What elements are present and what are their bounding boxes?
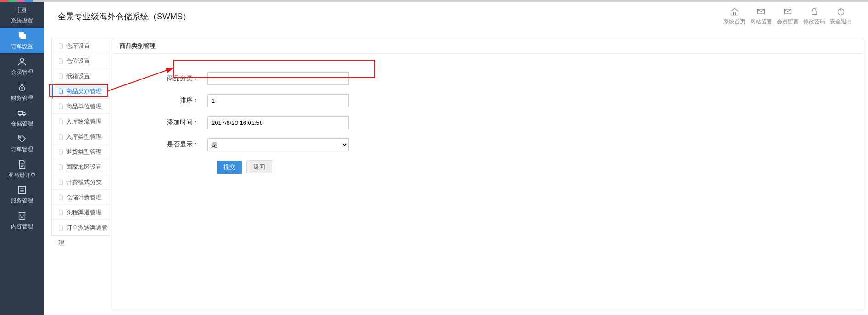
nav-label: 订单管理 — [11, 146, 33, 153]
button-row: 提交 返回 — [113, 160, 863, 174]
nav-finance-mgmt[interactable]: ¥ 财务管理 — [0, 79, 44, 105]
tool-site-msg[interactable]: 网站留言 — [748, 7, 774, 26]
subnav-firstleg-channel[interactable]: 头程渠道管理 — [52, 205, 110, 220]
subnav-billing-mode[interactable]: 计费模式分类 — [52, 174, 110, 190]
nav-label: 亚马逊订单 — [8, 171, 36, 179]
nav-label: 服务管理 — [11, 197, 33, 205]
tool-label: 系统首页 — [723, 18, 746, 26]
file-icon — [58, 103, 63, 109]
nav-label: 财务管理 — [11, 94, 33, 102]
svg-rect-3 — [21, 34, 25, 39]
money-bag-icon: ¥ — [17, 82, 27, 92]
gear-box-icon — [17, 5, 27, 15]
label-display: 是否显示： — [113, 141, 207, 149]
nav-label: 内容管理 — [11, 223, 33, 231]
row-addtime: 添加时间： — [113, 116, 863, 129]
nav-service-mgmt[interactable]: 服务管理 — [0, 182, 44, 208]
tool-label: 安全退出 — [830, 18, 852, 26]
tool-member-msg[interactable]: 会员留言 — [774, 7, 801, 26]
tool-logout[interactable]: 安全退出 — [828, 7, 854, 26]
input-category[interactable] — [207, 72, 349, 85]
svg-rect-0 — [18, 7, 26, 13]
subnav-inbound-logistics[interactable]: 入库物流管理 — [52, 114, 110, 129]
svg-point-8 — [23, 114, 25, 116]
mail-icon — [783, 7, 792, 16]
subnav-product-unit[interactable]: 商品单位管理 — [52, 99, 110, 114]
nav-label: 系统设置 — [11, 17, 33, 25]
tool-label: 修改密码 — [803, 18, 825, 26]
file-icon — [58, 194, 63, 200]
tag-icon — [17, 134, 27, 144]
subnav-country-region[interactable]: 国家地区设置 — [52, 159, 110, 174]
input-sort[interactable] — [207, 94, 349, 107]
list-icon — [17, 185, 27, 195]
svg-text:¥: ¥ — [21, 86, 23, 90]
subnav-carton-setting[interactable]: 纸箱设置 — [52, 68, 110, 84]
file-icon — [58, 43, 63, 49]
svg-point-9 — [20, 136, 21, 137]
lock-icon — [810, 7, 819, 16]
document-icon — [17, 159, 27, 169]
app-title: 全景专业级海外仓储系统（SWMS） — [58, 11, 191, 22]
select-display[interactable]: 是 — [207, 138, 349, 151]
subnav-return-type[interactable]: 退货类型管理 — [52, 144, 110, 159]
svg-text:W: W — [20, 214, 24, 218]
submit-button[interactable]: 提交 — [217, 161, 242, 174]
sub-sidebar: 仓库设置 仓位设置 纸箱设置 商品类别管理 商品单位管理 入库物流管理 入库类型… — [51, 38, 110, 236]
svg-point-7 — [19, 114, 21, 116]
content-panel: 商品类别管理 商品分类： 排序： 添加时间： 是否显示： 是 提 — [113, 38, 863, 310]
row-display: 是否显示： 是 — [113, 138, 863, 151]
nav-label: 订单设置 — [11, 43, 33, 51]
file-icon — [58, 225, 63, 231]
form-body: 商品分类： 排序： 添加时间： 是否显示： 是 提交 返回 — [113, 54, 863, 174]
row-sort: 排序： — [113, 94, 863, 107]
nav-label: 会员管理 — [11, 68, 33, 76]
truck-icon — [17, 108, 27, 118]
subnav-warehouse-setting[interactable]: 仓库设置 — [52, 38, 110, 53]
file-icon — [58, 134, 63, 140]
header-bar: 全景专业级海外仓储系统（SWMS） 系统首页 网站留言 会员留言 修改密码 安全… — [44, 2, 868, 31]
row-category: 商品分类： — [113, 72, 863, 85]
subnav-order-delivery-channel[interactable]: 订单派送渠道管理 — [52, 220, 110, 235]
svg-point-1 — [23, 9, 26, 11]
nav-amazon-orders[interactable]: 亚马逊订单 — [0, 156, 44, 182]
file-icon — [58, 88, 63, 94]
user-icon — [17, 56, 27, 67]
subnav-product-category[interactable]: 商品类别管理 — [52, 84, 110, 99]
mail-icon — [757, 7, 766, 16]
nav-system-settings[interactable]: 系统设置 — [0, 2, 44, 28]
word-doc-icon: W — [17, 211, 27, 221]
tool-home[interactable]: 系统首页 — [721, 7, 748, 26]
header-tools: 系统首页 网站留言 会员留言 修改密码 安全退出 — [721, 7, 854, 26]
tool-label: 网站留言 — [750, 18, 772, 26]
file-icon — [58, 73, 63, 79]
file-icon — [58, 118, 63, 124]
svg-point-4 — [20, 58, 23, 61]
label-addtime: 添加时间： — [113, 118, 207, 127]
file-icon — [58, 209, 63, 215]
nav-member-mgmt[interactable]: 会员管理 — [0, 53, 44, 79]
file-icon — [58, 149, 63, 155]
subnav-storage-billing[interactable]: 仓储计费管理 — [52, 190, 110, 205]
home-icon — [730, 7, 739, 16]
nav-warehouse-mgmt[interactable]: 仓储管理 — [0, 105, 44, 130]
main-sidebar: 系统设置 订单设置 会员管理 ¥ 财务管理 仓储管理 订单管理 亚马逊订单 服务 — [0, 2, 44, 315]
input-addtime[interactable] — [207, 116, 349, 129]
nav-label: 仓储管理 — [11, 120, 33, 128]
back-button[interactable]: 返回 — [246, 160, 272, 173]
nav-content-mgmt[interactable]: W 内容管理 — [0, 208, 44, 233]
subnav-inbound-type[interactable]: 入库类型管理 — [52, 129, 110, 144]
file-icon — [58, 179, 63, 185]
file-icon — [58, 164, 63, 170]
label-sort: 排序： — [113, 96, 207, 105]
copy-icon — [17, 31, 27, 41]
tool-label: 会员留言 — [777, 18, 799, 26]
nav-order-mgmt[interactable]: 订单管理 — [0, 130, 44, 156]
label-category: 商品分类： — [113, 74, 207, 83]
power-icon — [836, 7, 846, 16]
svg-rect-15 — [812, 11, 817, 14]
subnav-slot-setting[interactable]: 仓位设置 — [52, 53, 110, 68]
panel-title: 商品类别管理 — [113, 38, 863, 54]
tool-change-password[interactable]: 修改密码 — [801, 7, 828, 26]
nav-order-settings[interactable]: 订单设置 — [0, 28, 44, 53]
